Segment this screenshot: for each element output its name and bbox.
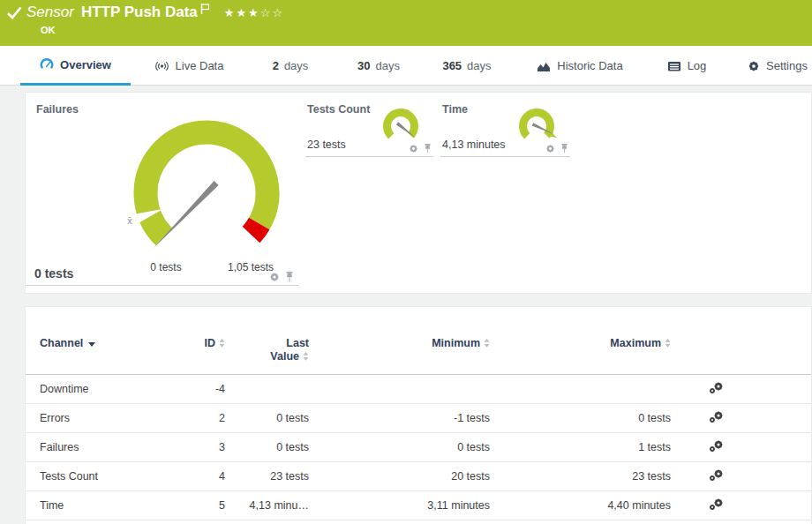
channel-last-value: 23 tests bbox=[229, 462, 312, 491]
gauge-icon bbox=[40, 57, 54, 71]
channel-name: Errors bbox=[26, 404, 176, 433]
tab-log[interactable]: Log bbox=[658, 46, 715, 86]
sensor-header: Sensor HTTP Push Data ★★★☆☆ OK bbox=[0, 0, 812, 46]
column-header-id[interactable]: ID bbox=[176, 307, 229, 375]
table-row: Tests Count 4 23 tests 20 tests 23 tests bbox=[26, 462, 811, 491]
gear-icon[interactable] bbox=[409, 144, 418, 153]
gauge-average-marker: x̄ bbox=[127, 215, 132, 226]
table-row: Downtime -4 bbox=[26, 375, 811, 404]
widget-title: Time bbox=[442, 103, 468, 116]
channel-id: 4 bbox=[176, 462, 229, 491]
tab-2-days[interactable]: 2 days bbox=[259, 46, 322, 86]
channel-id: 2 bbox=[176, 404, 229, 433]
edit-channel-icon[interactable] bbox=[709, 468, 724, 482]
channel-name: Time bbox=[26, 491, 176, 520]
gear-icon[interactable] bbox=[269, 272, 280, 282]
gauges-panel: Failures x̄ 0 tests 1,05 tests 0 tests T… bbox=[25, 92, 812, 294]
pin-icon[interactable] bbox=[285, 272, 294, 282]
time-gauge bbox=[515, 104, 559, 148]
sort-icon bbox=[219, 339, 225, 348]
channel-minimum: 0 tests bbox=[312, 433, 493, 462]
channel-id: 3 bbox=[176, 433, 229, 462]
tab-30-days[interactable]: 30 days bbox=[345, 46, 412, 86]
channel-name: Downtime bbox=[26, 375, 176, 404]
tab-settings[interactable]: Settings bbox=[743, 46, 812, 86]
tab-historic-data[interactable]: Historic Data bbox=[526, 46, 634, 86]
failures-gauge: x̄ bbox=[118, 105, 295, 281]
edit-channel-icon[interactable] bbox=[709, 498, 724, 511]
channel-minimum: -1 tests bbox=[312, 404, 493, 433]
table-header-row: Channel ID Last Value Minimum Maximum bbox=[26, 307, 811, 375]
channel-minimum bbox=[312, 375, 493, 404]
channels-table: Channel ID Last Value Minimum Maximum bbox=[26, 307, 811, 520]
widget-tests-count: Tests Count 23 tests bbox=[305, 93, 433, 157]
status-check-icon bbox=[7, 6, 22, 19]
channel-last-value: 4,13 minu… bbox=[229, 491, 312, 520]
channel-name: Tests Count bbox=[26, 462, 176, 491]
sensor-kind-label: Sensor bbox=[26, 4, 74, 21]
tests-count-value: 23 tests bbox=[307, 138, 346, 151]
channel-minimum: 3,11 minutes bbox=[312, 491, 493, 520]
gear-icon[interactable] bbox=[545, 144, 555, 153]
channel-id: 5 bbox=[176, 491, 229, 520]
historic-data-icon bbox=[537, 60, 551, 72]
tests-count-gauge bbox=[379, 104, 423, 148]
stars-filled: ★★★ bbox=[224, 6, 260, 19]
channel-last-value bbox=[229, 375, 312, 404]
table-row: Time 5 4,13 minu… 3,11 minutes 4,40 minu… bbox=[26, 491, 811, 520]
log-icon bbox=[667, 60, 681, 72]
channels-panel: Channel ID Last Value Minimum Maximum bbox=[25, 306, 812, 524]
gauge-needle bbox=[154, 181, 219, 249]
widget-title: Failures bbox=[36, 103, 79, 116]
gauge-scale-max: 1,05 tests bbox=[228, 261, 274, 273]
widget-failures: Failures x̄ 0 tests 1,05 tests 0 tests bbox=[26, 93, 298, 286]
channel-maximum: 4,40 minutes bbox=[493, 491, 674, 520]
channel-last-value: 0 tests bbox=[229, 433, 312, 462]
pin-icon[interactable] bbox=[424, 144, 432, 153]
stars-empty: ☆☆ bbox=[260, 6, 284, 19]
sort-icon bbox=[303, 352, 309, 361]
channel-last-value: 0 tests bbox=[229, 404, 312, 433]
time-value: 4,13 minutes bbox=[442, 138, 506, 151]
column-header-last-value[interactable]: Last Value bbox=[229, 307, 312, 375]
gear-icon bbox=[748, 60, 760, 72]
live-data-icon bbox=[154, 59, 169, 73]
widget-title: Tests Count bbox=[307, 103, 370, 116]
pin-icon[interactable] bbox=[560, 144, 568, 153]
sensor-title-row: Sensor HTTP Push Data ★★★☆☆ bbox=[26, 4, 284, 23]
tab-live-data[interactable]: Live Data bbox=[148, 46, 229, 86]
table-row: Failures 3 0 tests 0 tests 1 tests bbox=[26, 433, 811, 462]
channel-maximum: 0 tests bbox=[493, 404, 674, 433]
tab-365-days[interactable]: 365 days bbox=[432, 46, 501, 86]
channel-maximum: 1 tests bbox=[493, 433, 674, 462]
table-row: Errors 2 0 tests -1 tests 0 tests bbox=[26, 404, 811, 433]
widget-time: Time 4,13 minutes bbox=[440, 93, 570, 157]
column-header-channel[interactable]: Channel bbox=[26, 307, 176, 375]
tab-bar: Overview Live Data 2 days 30 days 365 da… bbox=[0, 46, 812, 86]
column-header-maximum[interactable]: Maximum bbox=[493, 307, 674, 375]
failures-current-value: 0 tests bbox=[34, 266, 73, 281]
channel-maximum: 23 tests bbox=[493, 462, 674, 491]
edit-channel-icon[interactable] bbox=[709, 381, 724, 394]
edit-channel-icon[interactable] bbox=[709, 439, 724, 453]
tab-overview[interactable]: Overview bbox=[20, 46, 131, 86]
channel-id: -4 bbox=[176, 375, 229, 404]
page-title: HTTP Push Data bbox=[81, 4, 198, 21]
status-badge: OK bbox=[41, 25, 56, 35]
channel-minimum: 20 tests bbox=[312, 462, 493, 491]
sort-desc-icon bbox=[88, 342, 95, 347]
priority-stars[interactable]: ★★★☆☆ bbox=[224, 4, 284, 23]
edit-channel-icon[interactable] bbox=[709, 410, 724, 423]
column-header-minimum[interactable]: Minimum bbox=[312, 307, 493, 375]
gauge-scale-min: 0 tests bbox=[150, 261, 181, 273]
sort-icon bbox=[665, 339, 671, 348]
channel-maximum bbox=[493, 375, 674, 404]
sort-icon bbox=[484, 339, 490, 348]
priority-flag-icon[interactable] bbox=[200, 4, 210, 15]
channel-name: Failures bbox=[26, 433, 176, 462]
